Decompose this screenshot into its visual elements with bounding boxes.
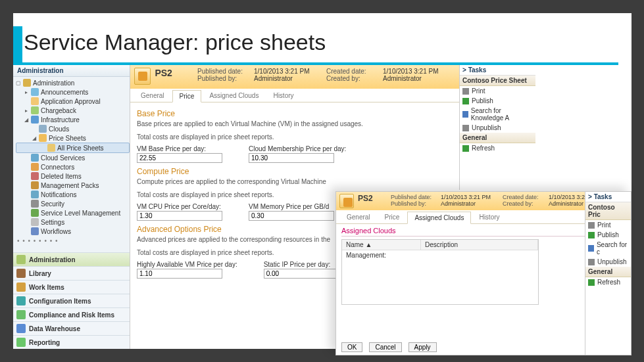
meta-val: 1/10/2013 3:21 PM [441,194,503,200]
tree-item[interactable]: Security [16,199,130,208]
section-desc: Base prices are applied to each Virtual … [137,120,453,129]
tab[interactable]: Price [378,212,407,223]
meta-val: 1/10/2013 3:21 PM [254,68,326,75]
folder-icon [23,79,31,87]
nav-pane: Administration ▢Administration▸Announcem… [13,65,130,349]
nav-section[interactable]: Data Warehouse [13,321,130,335]
section-label: Data Warehouse [29,325,80,332]
tree-item[interactable]: ▢Administration [16,78,130,87]
meta-val: Administrator [383,75,455,82]
tree-item[interactable]: Deleted Items [16,171,130,181]
folder-icon [31,97,39,105]
task-item[interactable]: Search for c [585,240,631,257]
twisty-icon: ◢ [32,135,37,141]
tree-item[interactable]: Notifications [16,190,130,199]
task-item[interactable]: Unpublish [460,123,535,133]
col-name[interactable]: Name ▲ [342,240,421,250]
task-item[interactable]: Refresh [585,277,631,287]
section-icon [16,296,26,305]
field-label: VM Memory Price per GB/d [249,203,334,210]
task-label: Refresh [597,279,620,286]
tree-item[interactable]: Cloud Services [16,153,130,162]
twisty-icon: ▸ [24,89,29,95]
tree-label: Chargeback [41,107,76,114]
form-tabs: GeneralPriceAssigned CloudsHistory [130,89,459,102]
vm-cpu-price-input[interactable] [137,211,222,221]
task-label: Search for c [597,241,628,256]
task-icon [462,111,468,118]
ha-vm-price-input[interactable] [137,269,222,279]
vm-memory-price-input[interactable] [249,211,334,221]
nav-section[interactable]: Compliance and Risk Items [13,307,130,321]
task-item[interactable]: Unpublish [585,257,631,267]
section-label: Work Items [29,284,64,291]
apply-button[interactable]: Apply [409,342,437,352]
tree-item[interactable]: Service Level Management [16,208,130,217]
task-item[interactable]: Search for Knowledge A [460,106,535,123]
nav-section[interactable]: Configuration Items [13,294,130,307]
task-item[interactable]: Print [585,220,631,230]
tree-label: Service Level Management [41,210,120,217]
tree-label: Deleted Items [41,173,82,180]
task-label: Search for Knowledge A [471,107,533,122]
nav-section[interactable]: Work Items [13,280,130,294]
tasks-group: General [460,133,535,143]
tab[interactable]: Price [172,90,202,102]
tree-item[interactable]: ▸Announcements [16,87,130,97]
section-icon [16,269,26,278]
meta-key: Created by: [326,75,383,82]
tab[interactable]: General [134,90,171,102]
meta-key: Created date: [326,68,383,75]
meta-key: Created date: [503,194,549,200]
task-label: Unpublish [597,258,626,265]
tree-item[interactable]: ▸Chargeback [16,106,130,115]
tree-item[interactable]: Workflows [16,227,130,236]
task-icon [588,259,595,265]
tree-item[interactable]: Clouds [16,124,130,133]
tab[interactable]: Assigned Clouds [203,90,265,102]
ok-button[interactable]: OK [341,342,362,352]
vm-base-price-input[interactable] [137,153,222,163]
tab[interactable]: General [340,212,377,223]
task-item[interactable]: Refresh [460,143,535,153]
tree-item[interactable]: Settings [16,217,130,227]
tree-label: All Price Sheets [57,145,104,152]
field-label: VM Base Price per day: [137,145,222,152]
twisty-icon: ◢ [24,117,29,123]
task-item[interactable]: Publish [585,230,631,240]
tree-label: Workflows [41,228,71,235]
folder-icon [31,200,39,208]
folder-icon [31,106,39,114]
nav-section[interactable]: Library [13,266,130,280]
task-label: Publish [472,97,493,104]
tab[interactable]: History [266,90,300,102]
tree-item[interactable]: All Price Sheets [16,143,130,153]
tree-item[interactable]: ◢Infrastructure [16,115,130,124]
nav-section[interactable]: Reporting [13,335,130,349]
cancel-button[interactable]: Cancel [369,342,401,352]
price-sheet-icon [339,194,354,208]
section-label: Administration [29,256,76,263]
folder-icon [31,163,39,171]
tree-item[interactable]: Management Packs [16,181,130,190]
col-desc[interactable]: Description [421,240,538,250]
tab[interactable]: Assigned Clouds [407,212,471,224]
nav-section[interactable]: Administration [13,252,130,266]
tree-item[interactable]: Application Approval [16,97,130,106]
task-item[interactable]: Print [460,86,535,96]
slide-title: Service Manager: price sheets [24,30,326,55]
folder-icon [31,116,39,124]
folder-icon [39,134,47,142]
folder-icon [31,218,39,226]
task-item[interactable]: Publish [460,96,535,106]
list-row[interactable]: Management: [342,250,538,260]
tree-item[interactable]: ◢Price Sheets [16,133,130,143]
section-heading: Compute Price [137,167,453,176]
tree-item[interactable]: Connectors [16,162,130,171]
twisty-icon: ▸ [24,108,29,114]
section-heading: Base Price [137,109,453,118]
cloud-membership-price-input[interactable] [249,153,334,163]
tab[interactable]: History [472,212,506,223]
section-label: Library [29,270,51,277]
field-label: Cloud Membership Price per day: [249,145,346,152]
